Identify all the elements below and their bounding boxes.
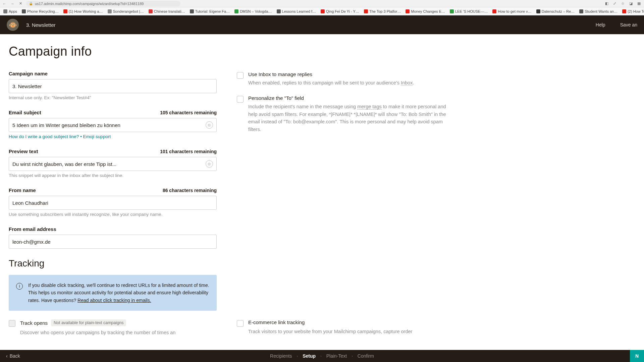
help-link[interactable]: Help xyxy=(596,22,605,27)
bookmark-item[interactable]: Lessons Learned f… xyxy=(277,9,316,13)
bookmark-label: Apps xyxy=(9,9,17,13)
chevron-right-icon: › xyxy=(320,354,322,358)
preview-text-input[interactable]: Du wirst nicht glauben, was der erste Ti… xyxy=(9,157,217,171)
back-button[interactable]: ‹ Back xyxy=(6,353,20,359)
ecommerce-tracking-option: E-commerce link tracking Track visitors … xyxy=(237,319,445,335)
from-name-hint: Use something subscribers will instantly… xyxy=(9,212,217,217)
field-preview-text: Preview text 101 characters remaining Du… xyxy=(9,148,217,178)
star-icon[interactable]: ☆ xyxy=(621,1,626,6)
input-value: leon-ch@gmx.de xyxy=(12,239,51,245)
merge-tags-link[interactable]: merge tags xyxy=(357,104,382,110)
bookmark-label: (1) How Working a… xyxy=(69,9,103,13)
wizard-step[interactable]: Confirm xyxy=(358,353,374,359)
emoji-picker-icon[interactable]: ☺ xyxy=(206,121,213,129)
personalize-desc-pre: Include the recipient's name in the mess… xyxy=(248,104,357,109)
bookmark-item[interactable]: The Top 3 Platfor… xyxy=(364,9,401,13)
favicon-icon xyxy=(234,9,238,13)
favicon-icon xyxy=(277,9,281,13)
favicon-icon xyxy=(108,9,112,13)
bookmark-item[interactable]: LEE 'S HOUSE—… xyxy=(450,9,488,13)
tracking-info-box: i If you disable click tracking, we'll c… xyxy=(9,275,217,311)
address-bar[interactable]: 🔒 us17.admin.mailchimp.com/campaigns/wiz… xyxy=(26,1,180,6)
field-from-email: From email address leon-ch@gmx.de xyxy=(9,226,217,249)
bookmark-item[interactable]: Money Changes E… xyxy=(406,9,445,13)
bookmark-item[interactable]: Qing Fei De Yi - Y… xyxy=(321,9,359,13)
favicon-icon xyxy=(22,9,26,13)
from-name-label: From name xyxy=(9,187,36,193)
nav-fwd-icon[interactable]: → xyxy=(10,2,15,6)
bookmark-label: DMSN – Vologda… xyxy=(240,9,272,13)
bookmark-item[interactable]: Student Wants an… xyxy=(579,9,618,13)
ecommerce-desc: Track visitors to your website from your… xyxy=(248,328,412,335)
bookmark-label: Phone Recycling… xyxy=(27,9,59,13)
campaign-name-input[interactable]: 3. Newsletter xyxy=(9,79,217,93)
bookmark-item[interactable]: Sonderangebot |… xyxy=(108,9,144,13)
track-opens-option: Track opens Not available for plain-text… xyxy=(9,319,217,336)
bookmark-item[interactable]: Phone Recycling… xyxy=(22,9,59,13)
favicon-icon xyxy=(364,9,368,13)
url-text: us17.admin.mailchimp.com/campaigns/wizar… xyxy=(35,2,144,6)
wizard-footer: ‹ Back Recipients›Setup›Plain-Text›Confi… xyxy=(0,350,644,362)
favicon-icon xyxy=(406,9,410,13)
bookmark-label: LEE 'S HOUSE—… xyxy=(455,9,488,13)
input-value: Du wirst nicht glauben, was der erste Ti… xyxy=(12,161,116,167)
bookmark-item[interactable]: Tutorial: Eigene Fa… xyxy=(190,9,230,13)
from-email-label: From email address xyxy=(9,226,56,232)
inbox-link[interactable]: Inbox xyxy=(401,80,413,86)
favicon-icon xyxy=(3,9,7,13)
email-subject-input[interactable]: 5 Ideen um im Winter gesund bleiben zu k… xyxy=(9,118,217,132)
bookmark-item[interactable]: DMSN – Vologda… xyxy=(234,9,272,13)
favicon-icon xyxy=(536,9,540,13)
use-inbox-title: Use Inbox to manage replies xyxy=(248,71,414,77)
favicon-icon xyxy=(190,9,194,13)
ext-icon[interactable]: ▦ xyxy=(637,1,642,6)
bookmark-label: Lessons Learned f… xyxy=(282,9,316,13)
mailchimp-logo-icon[interactable]: 🐵 xyxy=(7,19,19,31)
subject-help-link[interactable]: How do I write a good subject line? xyxy=(9,134,79,139)
bookmark-label: Qing Fei De Yi - Y… xyxy=(326,9,359,13)
ecommerce-checkbox[interactable] xyxy=(237,320,244,327)
option-personalize-to: Personalize the "To" field Include the r… xyxy=(237,95,451,133)
wizard-step[interactable]: Plain-Text xyxy=(326,353,347,359)
bookmark-label: How to get more v… xyxy=(498,9,531,13)
favicon-icon xyxy=(579,9,583,13)
favicon-icon xyxy=(63,9,67,13)
emoji-picker-icon[interactable]: ☺ xyxy=(206,160,213,168)
field-from-name: From name 86 characters remaining Leon C… xyxy=(9,187,217,217)
use-inbox-checkbox[interactable] xyxy=(237,72,244,79)
bookmark-label: Tutorial: Eigene Fa… xyxy=(195,9,230,13)
bookmark-item[interactable]: (1) How Working a… xyxy=(63,9,103,13)
personalize-title: Personalize the "To" field xyxy=(248,95,451,101)
wizard-step[interactable]: Setup xyxy=(303,353,316,359)
bookmark-item[interactable]: How to get more v… xyxy=(492,9,531,13)
chevron-left-icon: ‹ xyxy=(6,353,8,359)
email-subject-label: Email subject xyxy=(9,110,41,115)
tracking-info-link[interactable]: Read about click tracking in emails. xyxy=(77,298,151,303)
ecommerce-title: E-commerce link tracking xyxy=(248,319,305,325)
personalize-checkbox[interactable] xyxy=(237,96,244,103)
nav-back-icon[interactable]: ← xyxy=(2,2,7,6)
bookmark-item[interactable]: Apps xyxy=(3,9,17,13)
from-email-input[interactable]: leon-ch@gmx.de xyxy=(9,235,217,249)
bookmark-item[interactable]: Datenschutz – Re… xyxy=(536,9,575,13)
preview-text-hint: This snippet will appear in the inbox af… xyxy=(9,173,217,178)
from-name-input[interactable]: Leon Chaudhari xyxy=(9,196,217,210)
ext-icon[interactable]: ◪ xyxy=(629,1,634,6)
emoji-support-link[interactable]: Emoji support xyxy=(83,134,111,139)
ext-icon[interactable]: ◧ xyxy=(605,1,610,6)
bookmark-item[interactable]: (2) How To Add A… xyxy=(622,9,644,13)
subject-help-links: How do I write a good subject line? • Em… xyxy=(9,134,217,139)
ext-icon[interactable]: ⤢ xyxy=(613,1,618,6)
bookmark-label: (2) How To Add A… xyxy=(628,9,644,13)
email-subject-remaining: 105 characters remaining xyxy=(160,110,217,115)
bookmark-item[interactable]: Chinese translati… xyxy=(149,9,185,13)
not-available-badge: Not available for plain-text campaigns xyxy=(51,319,126,326)
favicon-icon xyxy=(622,9,626,13)
from-name-remaining: 86 characters remaining xyxy=(163,188,217,193)
nav-reload-icon[interactable]: ✕ xyxy=(18,1,23,6)
next-button[interactable]: N xyxy=(630,350,644,362)
browser-toolbar: ← → ✕ 🔒 us17.admin.mailchimp.com/campaig… xyxy=(0,0,644,7)
bookmark-label: Sonderangebot |… xyxy=(113,9,144,13)
wizard-step[interactable]: Recipients xyxy=(270,353,292,359)
save-link[interactable]: Save an xyxy=(620,22,637,27)
